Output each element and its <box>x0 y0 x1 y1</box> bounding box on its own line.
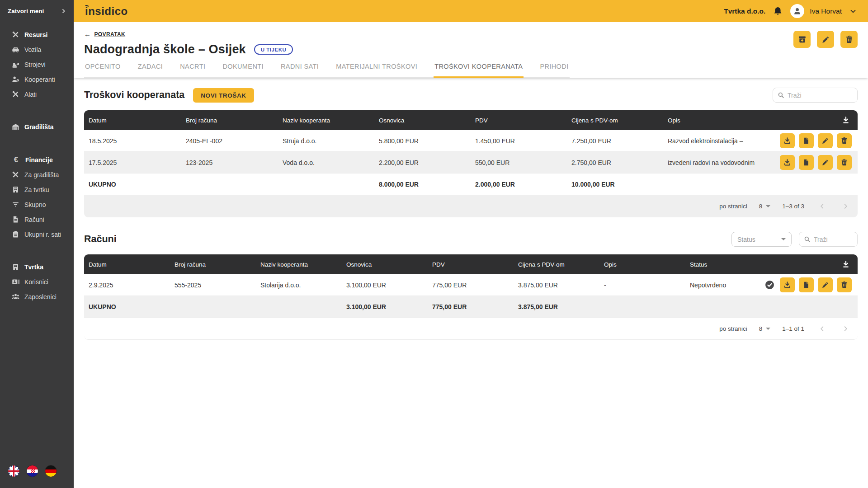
costs-search-input[interactable] <box>788 92 853 99</box>
document-row-button[interactable] <box>799 277 814 292</box>
total-pdv: 775,00 EUR <box>428 303 514 310</box>
status-filter-select[interactable]: Status <box>731 232 792 247</box>
euro-icon: € <box>12 155 20 164</box>
tab-nacrti[interactable]: NACRTI <box>179 57 206 78</box>
sidebar-item-label: Kooperanti <box>24 76 55 83</box>
download-row-button[interactable] <box>780 133 795 148</box>
column-header: Broj računa <box>181 117 278 124</box>
sidebar-item-za-tvrtku[interactable]: Za tvrtku <box>0 182 74 197</box>
sidebar-item-label: Računi <box>24 216 44 223</box>
avatar[interactable] <box>790 4 804 18</box>
search-icon <box>778 92 784 99</box>
totals-row: UKUPNO 8.000,00 EUR 2.000,00 EUR 10.000,… <box>84 174 858 195</box>
chevron-down-icon <box>781 238 786 240</box>
tab-dokumenti[interactable]: DOKUMENTI <box>222 57 264 78</box>
tab-prihodi[interactable]: PRIHODI <box>539 57 569 78</box>
column-header: Status <box>685 261 765 268</box>
costs-section-title: Troškovi kooperanata <box>84 89 184 101</box>
invoices-section-title: Računi <box>84 234 117 245</box>
download-row-button[interactable] <box>780 155 795 170</box>
sidebar-item-gradilista[interactable]: Gradilišta <box>0 119 74 134</box>
sidebar-item-label: Financije <box>25 156 53 164</box>
tab-materijalni-troskovi[interactable]: MATERIJALNI TROŠKOVI <box>335 57 418 78</box>
sidebar-item-korisnici[interactable]: Korisnici <box>0 274 74 289</box>
sidebar-item-za-gradilista[interactable]: Za gradilišta <box>0 167 74 182</box>
sidebar-item-skupno[interactable]: Skupno <box>0 197 74 212</box>
chevron-right-icon <box>61 8 66 14</box>
page-title: Nadogradnja škole – Osijek <box>84 42 246 56</box>
totals-row: UKUPNO 3.100,00 EUR 775,00 EUR 3.875,00 … <box>84 296 858 318</box>
clipboard-icon <box>12 230 19 238</box>
edit-row-button[interactable] <box>818 133 833 148</box>
download-row-button[interactable] <box>780 277 795 292</box>
archive-project-button[interactable] <box>793 31 811 48</box>
sidebar-item-tvrtka[interactable]: Tvrtka <box>0 259 74 274</box>
sidebar-item-resursi[interactable]: Resursi <box>0 27 74 42</box>
cell-datum: 2.9.2025 <box>84 282 170 289</box>
file-icon <box>802 137 810 145</box>
document-row-button[interactable] <box>799 133 814 148</box>
delete-row-button[interactable] <box>837 155 852 170</box>
download-icon <box>783 137 791 145</box>
edit-row-button[interactable] <box>818 277 833 292</box>
column-header: Datum <box>84 117 181 124</box>
chevron-right-icon <box>842 325 849 332</box>
cell-status: Nepotvrđeno <box>685 282 765 289</box>
tab-opcenito[interactable]: OPĆENITO <box>84 57 122 78</box>
delete-project-button[interactable] <box>840 31 858 48</box>
per-page-select[interactable]: 8 <box>759 325 771 332</box>
per-page-select[interactable]: 8 <box>759 203 771 210</box>
new-cost-button[interactable]: NOVI TROŠAK <box>193 88 254 103</box>
sidebar-item-label: Gradilišta <box>24 123 54 131</box>
tab-radni-sati[interactable]: RADNI SATI <box>280 57 320 78</box>
document-row-button[interactable] <box>799 155 814 170</box>
delete-row-button[interactable] <box>837 277 852 292</box>
next-page-button[interactable] <box>840 201 851 212</box>
status-filter-label: Status <box>737 236 755 243</box>
total-label: UKUPNO <box>84 181 181 188</box>
sidebar-item-kooperanti[interactable]: Kooperanti <box>0 72 74 87</box>
sidebar-item-strojevi[interactable]: Strojevi <box>0 57 74 72</box>
edit-row-button[interactable] <box>818 155 833 170</box>
close-menu-toggle[interactable]: Zatvori meni <box>0 0 74 14</box>
invoices-section: Računi Status Datum Broj računa Naziv ko… <box>74 232 868 340</box>
app-logo[interactable]: insidico <box>85 5 128 18</box>
prev-page-button[interactable] <box>816 201 828 212</box>
croatian-flag[interactable] <box>26 465 38 477</box>
invoices-table-header: Datum Broj računa Naziv kooperanta Osnov… <box>84 254 858 274</box>
column-header: Naziv kooperanta <box>256 261 342 268</box>
tab-troskovi-kooperanata[interactable]: TROŠKOVI KOOPERANATA <box>434 57 524 78</box>
cell-osnovica: 5.800,00 EUR <box>374 137 471 145</box>
cell-pdv: 550,00 EUR <box>471 159 567 166</box>
prev-page-button[interactable] <box>816 323 828 334</box>
chevron-down-icon[interactable] <box>849 8 857 15</box>
download-table-icon[interactable] <box>842 116 850 124</box>
tab-zadaci[interactable]: ZADACI <box>137 57 164 78</box>
german-flag[interactable] <box>45 465 57 477</box>
sidebar-item-zaposlenici[interactable]: Zaposlenici <box>0 289 74 304</box>
sidebar-item-vozila[interactable]: Vozila <box>0 42 74 57</box>
tools-icon <box>12 31 19 38</box>
company-name: Tvrtka d.o.o. <box>724 7 765 15</box>
cell-opis: Razvod elektroinstalacija – <box>663 137 765 145</box>
column-header: Broj računa <box>170 261 256 268</box>
cell-opis: - <box>599 282 685 289</box>
sidebar-item-financije[interactable]: € Financije <box>0 152 74 167</box>
sidebar-item-label: Za tvrtku <box>24 186 49 193</box>
file-icon <box>802 159 810 166</box>
sidebar-item-alati[interactable]: Alati <box>0 87 74 102</box>
project-actions <box>793 31 858 48</box>
bell-icon[interactable] <box>773 6 783 16</box>
next-page-button[interactable] <box>840 323 851 334</box>
costs-table-header: Datum Broj računa Naziv kooperanta Osnov… <box>84 110 858 130</box>
invoices-search-input[interactable] <box>814 236 853 243</box>
back-link[interactable]: ← POVRATAK <box>84 30 125 38</box>
download-table-icon[interactable] <box>842 260 850 268</box>
sidebar-item-racuni[interactable]: Računi <box>0 212 74 227</box>
trash-icon <box>845 35 854 44</box>
edit-project-button[interactable] <box>817 31 834 48</box>
english-flag[interactable] <box>8 465 20 477</box>
delete-row-button[interactable] <box>837 133 852 148</box>
confirm-check-icon[interactable] <box>765 280 774 290</box>
sidebar-item-ukupni-r-sati[interactable]: Ukupni r. sati <box>0 227 74 242</box>
